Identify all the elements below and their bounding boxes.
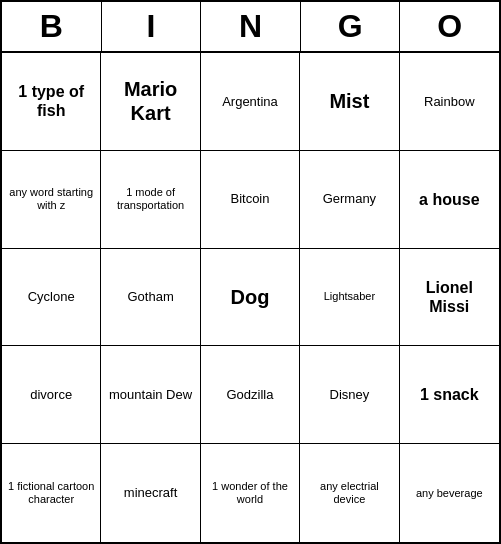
bingo-card: BINGO 1 type of fishMario KartArgentinaM… <box>0 0 501 544</box>
bingo-cell-10: Cyclone <box>2 249 101 347</box>
header-letter-g: G <box>301 2 401 53</box>
bingo-cell-0: 1 type of fish <box>2 53 101 151</box>
bingo-cell-22: 1 wonder of the world <box>201 444 300 542</box>
bingo-cell-21: minecraft <box>101 444 200 542</box>
bingo-cell-9: a house <box>400 151 499 249</box>
bingo-cell-16: mountain Dew <box>101 346 200 444</box>
bingo-cell-8: Germany <box>300 151 399 249</box>
bingo-cell-24: any beverage <box>400 444 499 542</box>
bingo-cell-5: any word starting with z <box>2 151 101 249</box>
bingo-cell-14: Lionel Missi <box>400 249 499 347</box>
bingo-cell-7: Bitcoin <box>201 151 300 249</box>
bingo-cell-20: 1 fictional cartoon character <box>2 444 101 542</box>
bingo-cell-17: Godzilla <box>201 346 300 444</box>
bingo-cell-19: 1 snack <box>400 346 499 444</box>
bingo-cell-1: Mario Kart <box>101 53 200 151</box>
bingo-cell-12: Dog <box>201 249 300 347</box>
bingo-cell-13: Lightsaber <box>300 249 399 347</box>
bingo-cell-15: divorce <box>2 346 101 444</box>
header-letter-i: I <box>102 2 202 53</box>
header-letter-b: B <box>2 2 102 53</box>
bingo-cell-18: Disney <box>300 346 399 444</box>
bingo-cell-23: any electrial device <box>300 444 399 542</box>
bingo-grid: 1 type of fishMario KartArgentinaMistRai… <box>2 53 499 542</box>
bingo-cell-4: Rainbow <box>400 53 499 151</box>
header-letter-n: N <box>201 2 301 53</box>
bingo-header: BINGO <box>2 2 499 53</box>
bingo-cell-6: 1 mode of transportation <box>101 151 200 249</box>
bingo-cell-11: Gotham <box>101 249 200 347</box>
bingo-cell-3: Mist <box>300 53 399 151</box>
bingo-cell-2: Argentina <box>201 53 300 151</box>
header-letter-o: O <box>400 2 499 53</box>
